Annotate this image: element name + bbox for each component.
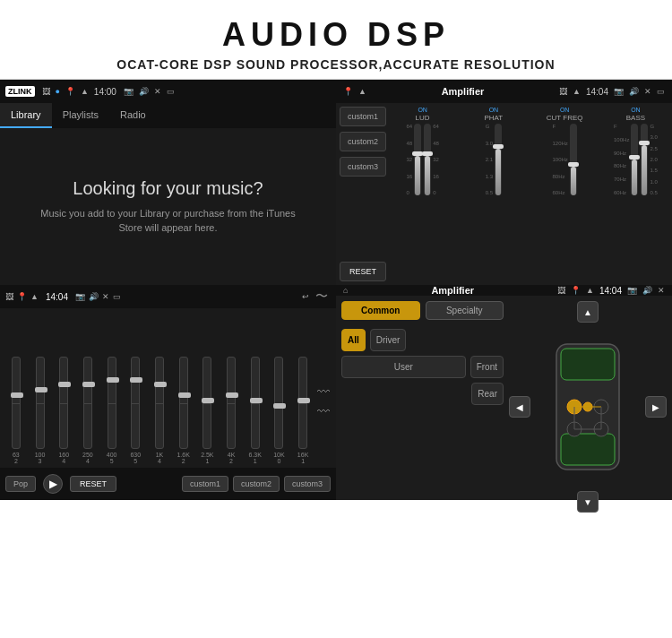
rear-row: Rear — [341, 383, 504, 405]
amp-title: Amplifier — [372, 86, 554, 97]
eq-band-4K[interactable]: 4K2 — [220, 357, 242, 464]
lud-label: LUD — [416, 114, 430, 122]
cutfreq-on: ON — [560, 107, 570, 113]
driver-button[interactable]: Driver — [370, 329, 407, 351]
volume-down-button[interactable]: ▼ — [577, 491, 599, 513]
page-header: AUDIO DSP OCAT-CORE DSP SOUND PROCESSOR,… — [0, 0, 672, 79]
eq-band-100[interactable]: 1003 — [30, 357, 51, 464]
cutfreq-scale: F120Hz100Hz80Hz60Hz — [552, 124, 567, 195]
eq-band-1.6K[interactable]: 1.6K2 — [173, 357, 194, 464]
phat-scale: G3.02.11.30.5 — [486, 124, 493, 195]
svg-rect-2 — [561, 434, 615, 465]
amp-wifi-icon: ▲ — [573, 87, 581, 96]
eq-custom2-button[interactable]: custom2 — [233, 476, 280, 492]
page-subtitle: OCAT-CORE DSP SOUND PROCESSOR,ACCURATE R… — [0, 57, 672, 72]
cutfreq-slider[interactable] — [570, 124, 577, 195]
status-icon-1: 🖼 — [42, 87, 50, 96]
eq-rect-icon: ▭ — [113, 292, 121, 301]
eq-band-16K[interactable]: 16K1 — [292, 357, 314, 464]
rear-button[interactable]: Rear — [471, 383, 504, 405]
eq-band-10K[interactable]: 10K0 — [269, 357, 290, 464]
amp-time: 14:04 — [586, 87, 608, 97]
eq-band-6.3K[interactable]: 6.3K1 — [245, 357, 266, 464]
tab-specialty[interactable]: Specialty — [426, 301, 504, 320]
custom2-button[interactable]: custom2 — [340, 132, 386, 151]
speaker-position-buttons: All Driver User Front Rear — [341, 329, 504, 405]
phat-slider[interactable] — [495, 124, 502, 195]
eq-status-bar: 🖼 📍 ▲ 14:04 📷 🔊 ✕ ▭ ↩ 〜 — [0, 285, 336, 308]
sp-vol-icon: 🔊 — [642, 286, 652, 295]
speaker-left-controls: Common Specialty All Driver User Front R… — [341, 301, 504, 513]
eq-reset-button[interactable]: RESET — [70, 476, 116, 492]
music-empty-desc: Music you add to your Library or purchas… — [40, 206, 296, 236]
tab-playlists[interactable]: Playlists — [52, 103, 109, 128]
all-button[interactable]: All — [341, 329, 366, 351]
tab-radio[interactable]: Radio — [109, 103, 157, 128]
custom3-button[interactable]: custom3 — [340, 157, 386, 177]
eq-band-400[interactable]: 4005 — [101, 357, 123, 464]
amp-img-icon: 🖼 — [559, 87, 567, 96]
eq-band-160[interactable]: 1604 — [53, 357, 74, 464]
balance-right-button[interactable]: ▶ — [645, 396, 667, 418]
tab-common[interactable]: Common — [341, 301, 420, 320]
eq-band-1K[interactable]: 1K4 — [149, 357, 170, 464]
eq-bottom-bar: Pop ▶ RESET custom1 custom2 custom3 — [0, 468, 336, 500]
signal-icon: ▲ — [81, 87, 89, 96]
front-button[interactable]: Front — [470, 356, 504, 378]
eq-custom1-button[interactable]: custom1 — [182, 476, 228, 492]
music-empty-state: Looking for your music? Music you add to… — [0, 128, 336, 285]
eq-panel: 🖼 📍 ▲ 14:04 📷 🔊 ✕ ▭ ↩ 〜 6321003160425044… — [0, 285, 336, 500]
sp-img-icon: 🖼 — [557, 286, 565, 295]
eq-gps-icon: 📍 — [17, 292, 27, 301]
bass-group: ON BASS F100Hz90Hz80Hz70Hz60Hz — [603, 107, 668, 281]
reset-button[interactable]: RESET — [340, 262, 386, 281]
x-icon: ✕ — [154, 87, 161, 96]
sp-title: Amplifier — [353, 285, 552, 296]
balance-left-button[interactable]: ◀ — [509, 396, 530, 418]
lud-group: ON LUD 644832160 — [390, 107, 455, 281]
eq-band-630[interactable]: 6305 — [125, 357, 146, 464]
svg-rect-1 — [561, 349, 615, 380]
gps-icon: 📍 — [65, 87, 75, 96]
eq-x-icon: ✕ — [102, 292, 109, 301]
library-status-bar: ZLINK 🖼 ● 📍 ▲ 14:00 📷 🔊 ✕ ▭ — [0, 80, 336, 103]
bass-slider-g[interactable] — [641, 124, 648, 195]
sp-signal-icon: ▲ — [586, 286, 594, 295]
eq-time: 14:04 — [46, 292, 68, 302]
bottom-panels: 🖼 📍 ▲ 14:04 📷 🔊 ✕ ▭ ↩ 〜 6321003160425044… — [0, 285, 672, 500]
user-button[interactable]: User — [341, 356, 466, 378]
lud-scale: 644832160 — [406, 124, 412, 195]
sp-cam-icon: 📷 — [627, 286, 637, 295]
bass-label: BASS — [626, 114, 645, 122]
lud-slider-1[interactable] — [414, 124, 421, 195]
cutfreq-label: CUT FREQ — [547, 114, 583, 122]
phat-on: ON — [489, 107, 499, 113]
volume-up-button[interactable]: ▲ — [577, 301, 599, 323]
eq-signal-icon: ▲ — [30, 292, 39, 301]
amp-sliders-area: ON LUD 644832160 — [390, 107, 668, 281]
lud-scale-r: 644832160 — [433, 124, 439, 195]
eq-back-icon[interactable]: ↩ — [302, 292, 309, 301]
eq-play-button[interactable]: ▶ — [43, 474, 63, 494]
eq-custom3-button[interactable]: custom3 — [284, 476, 331, 492]
zlink-logo: ZLINK — [5, 86, 35, 97]
lud-slider-2[interactable] — [424, 124, 431, 195]
eq-preset-label: Pop — [5, 476, 36, 492]
sp-gps-icon: 📍 — [571, 286, 581, 295]
eq-band-63[interactable]: 632 — [5, 357, 27, 464]
bass-slider-f[interactable] — [631, 124, 638, 195]
bass-scale-r: G3.02.52.01.51.00.5 — [650, 124, 657, 195]
tab-library[interactable]: Library — [0, 103, 52, 128]
car-diagram — [534, 326, 642, 487]
vol-icon: 🔊 — [139, 87, 149, 96]
sp-time: 14:04 — [599, 286, 622, 296]
eq-cam-icon: 📷 — [75, 292, 85, 301]
eq-band-250[interactable]: 2504 — [77, 357, 99, 464]
car-svg — [538, 326, 637, 487]
rect-icon: ▭ — [167, 87, 175, 96]
amp-gps-icon: 📍 — [343, 87, 353, 96]
eq-band-2.5K[interactable]: 2.5K1 — [197, 357, 219, 464]
custom1-button[interactable]: custom1 — [340, 107, 386, 126]
amplifier-panel: 📍 ▲ Amplifier 🖼 ▲ 14:04 📷 🔊 ✕ ▭ custom1 … — [336, 80, 672, 285]
amp-vol-icon: 🔊 — [629, 87, 639, 96]
